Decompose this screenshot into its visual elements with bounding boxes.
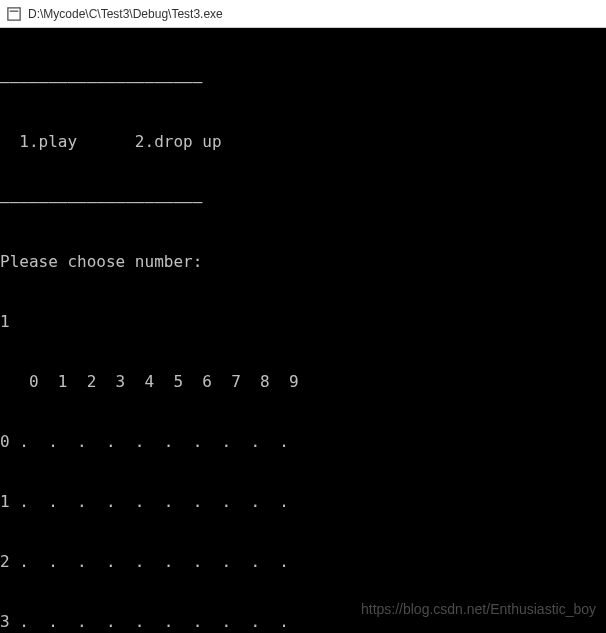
title-bar: D:\Mycode\C\Test3\Debug\Test3.exe xyxy=(0,0,606,28)
board-header: 0 1 2 3 4 5 6 7 8 9 xyxy=(0,372,606,392)
prompt-choose: Please choose number: xyxy=(0,252,606,272)
app-icon xyxy=(6,6,22,22)
menu-line: 1.play 2.drop up xyxy=(0,132,606,152)
board-row: 1 . . . . . . . . . . xyxy=(0,492,606,512)
user-input-choice: 1 xyxy=(0,312,606,332)
divider-line: ————————————————————— xyxy=(0,192,606,212)
window-title: D:\Mycode\C\Test3\Debug\Test3.exe xyxy=(28,7,223,21)
board-row: 0 . . . . . . . . . . xyxy=(0,432,606,452)
svg-rect-0 xyxy=(8,7,20,19)
watermark-text: https://blog.csdn.net/Enthusiastic_boy xyxy=(361,599,596,619)
svg-rect-1 xyxy=(10,10,19,11)
console-output[interactable]: ————————————————————— 1.play 2.drop up —… xyxy=(0,28,606,633)
divider-line: ————————————————————— xyxy=(0,72,606,92)
board-row: 2 . . . . . . . . . . xyxy=(0,552,606,572)
